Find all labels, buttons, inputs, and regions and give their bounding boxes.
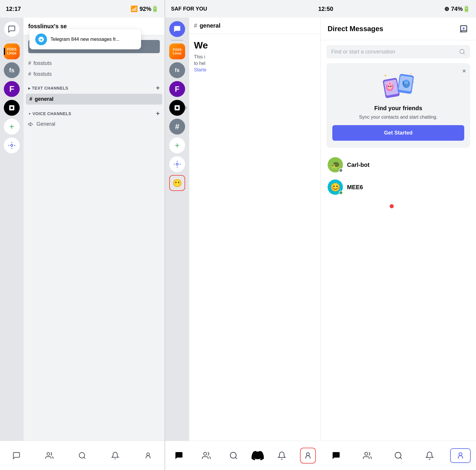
nav-item-messages[interactable] [8,449,25,462]
mee6-name: MEE6 [347,184,363,191]
active-indicator [4,48,5,55]
carlbot-status [339,168,343,172]
center-discord-logo[interactable] [252,449,264,462]
find-friends-card: × ✦ ✦ ✦ [326,63,470,148]
add-voice-channel-icon[interactable]: + [156,110,160,118]
server-sidebar: FOSSLinux fs F [0,18,24,441]
search-icon [459,48,465,55]
find-friends-subtitle: Sync your contacts and start chatting. [359,115,438,120]
sidebar-item-chat[interactable] [4,21,20,37]
text-channels-collapse[interactable]: ▶ TEXT CHANNELS [28,86,68,90]
channel-name-2: fosstuts [33,71,52,77]
dm-search[interactable] [326,45,470,58]
channel-name-general: general [35,96,53,102]
svg-text:✦: ✦ [410,72,412,75]
welcome-title: We [194,40,316,51]
nav-item-notifications[interactable] [106,449,124,462]
status-bar: 12:17 📶 92%🔋 SAF FOR YOU 12:50 ⊕ 74%🔋 [0,0,476,18]
channel-name: fosstuts [33,60,52,66]
channel-title: general [200,22,220,29]
voice-channel-name: General [36,121,55,127]
svg-rect-1 [11,107,13,109]
svg-line-13 [84,457,85,459]
hash-icon-general: # [29,96,32,102]
svg-marker-10 [29,122,31,126]
center-ghost-icon[interactable]: 😶 [169,175,185,191]
svg-point-39 [387,84,392,90]
center-channel-header: # general [189,18,320,34]
center-roblox-icon[interactable] [169,100,185,116]
svg-text:✦: ✦ [384,74,387,77]
telegram-text: Telegram 844 new messages fr... [51,37,120,42]
center-add-icon[interactable]: + [169,137,185,153]
center-fosslinux-icon[interactable]: FOSSLinux [169,43,185,59]
svg-point-2 [11,145,13,147]
carlbot-emoji: 🐢 [330,160,341,170]
sidebar-item-discovery[interactable] [4,137,20,153]
close-button[interactable]: × [462,67,466,75]
center-nav-profile-highlighted[interactable] [300,448,316,464]
center-panel: FOSSLinux fs F [165,18,320,470]
sidebar-item-fs[interactable]: fs [4,62,20,78]
left-bottom-nav [0,441,165,470]
voice-item-general[interactable]: General [24,119,165,130]
nav-item-profile[interactable] [139,449,157,462]
right-bottom-nav [320,441,476,470]
channel-item-fosstuts1[interactable]: # fosstuts [24,58,165,69]
center-nav-notifications[interactable] [273,449,291,462]
center-nav-search[interactable] [224,449,243,462]
get-started-button[interactable]: Get Started [332,125,464,141]
svg-point-29 [460,49,464,54]
hash-icon: # [28,60,31,66]
right-carrier: SAF FOR YOU [171,6,207,12]
sidebar-item-add-server[interactable]: + [4,119,20,135]
f-label: F [9,84,14,94]
sidebar-item-fosslinux[interactable]: FOSSLinux [4,43,20,59]
voice-channels-collapse[interactable]: ▼ VOICE CHANNELS [28,111,71,116]
dm-item-mee6[interactable]: 😊 MEE6 [324,176,472,198]
svg-point-49 [407,83,408,83]
telegram-notification[interactable]: Telegram 844 new messages fr... [29,29,141,49]
channel-item-general[interactable]: # general [26,94,162,105]
dm-header: Direct Messages [321,18,476,40]
svg-point-11 [47,452,50,455]
center-nav-friends[interactable] [197,449,215,462]
welcome-subtitle: This i [194,54,316,60]
welcome-content: We This i to hel Starte [189,34,320,78]
center-f-icon[interactable]: F [169,81,185,97]
fosslinux-label: FOSSLinux [7,48,17,55]
friends-illustration: ✦ ✦ ✦ [378,70,419,100]
dm-list: 🐢 Carl-bot 😊 MEE6 [321,154,476,198]
add-server-icon: + [9,122,14,131]
dm-add-button[interactable] [458,24,469,34]
left-time: 12:17 [6,6,21,12]
nav-item-friends[interactable] [41,449,58,462]
right-nav-notifications[interactable] [419,448,440,463]
collapse-icon: ▶ [28,87,31,90]
center-nav-messages[interactable] [170,449,188,463]
center-discovery-icon[interactable] [169,156,185,172]
center-dm-icon[interactable] [169,21,185,37]
svg-line-52 [400,457,402,459]
right-nav-friends[interactable] [357,448,378,463]
center-hash-icon[interactable]: # [169,119,185,135]
fosslinux-text: FOSSLinux [173,48,182,55]
center-fs-icon[interactable]: fs [169,62,185,78]
svg-line-30 [463,53,465,54]
voice-channels-label: VOICE CHANNELS [32,111,71,116]
sidebar-item-purple-f[interactable]: F [4,81,20,97]
channel-item-fosstuts2[interactable]: # fosstuts [24,69,165,80]
voice-channels-header: ▼ VOICE CHANNELS + [24,105,165,119]
right-nav-messages[interactable] [326,448,347,463]
add-channel-icon[interactable]: + [156,84,160,92]
dm-item-carlbot[interactable]: 🐢 Carl-bot [324,154,472,176]
search-input[interactable] [331,49,456,55]
welcome-link[interactable]: Starte [194,67,207,72]
sidebar-item-roblox[interactable] [4,100,20,116]
right-panel: Direct Messages [320,18,476,470]
svg-point-50 [365,452,368,455]
right-nav-search[interactable] [388,448,409,463]
status-bar-left: 12:17 📶 92%🔋 [0,0,165,18]
right-nav-profile-highlighted[interactable] [450,448,471,463]
nav-item-search[interactable] [73,449,91,462]
